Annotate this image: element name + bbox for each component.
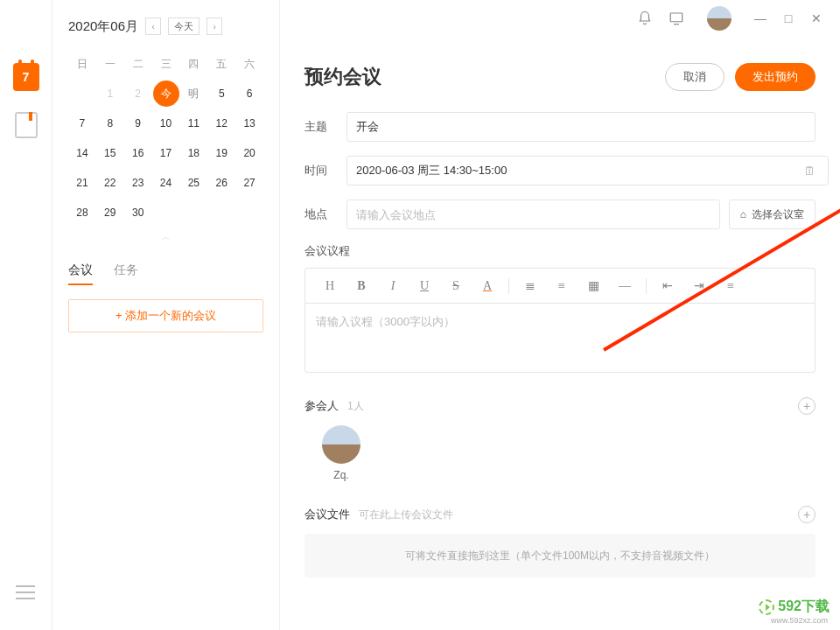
calendar-day[interactable]: 28 [68, 198, 96, 228]
weekday-label: 五 [207, 49, 235, 79]
collapse-calendar-icon[interactable]: ︿ [68, 228, 263, 247]
calendar-day[interactable]: 24 [152, 168, 180, 198]
calendar-day[interactable]: 23 [124, 168, 152, 198]
calendar-day[interactable]: 20 [235, 138, 263, 168]
heading-button[interactable]: H [314, 279, 346, 293]
align-button[interactable]: ≡ [715, 279, 746, 293]
cancel-button[interactable]: 取消 [665, 63, 724, 91]
calendar-day[interactable]: 12 [207, 108, 235, 138]
editor-toolbar: H B I U S A ≣ ≡ ▦ — ⇤ ⇥ ≡ [304, 268, 816, 303]
calendar-day[interactable]: 5 [207, 79, 235, 108]
weekday-label: 日 [68, 49, 96, 79]
ol-button[interactable]: ≣ [514, 278, 546, 293]
tab-tasks[interactable]: 任务 [114, 262, 138, 285]
weekday-label: 六 [235, 49, 263, 79]
minimize-icon[interactable]: — [754, 11, 766, 25]
color-button[interactable]: A [472, 279, 503, 293]
table-button[interactable]: ▦ [578, 278, 609, 293]
calendar-day[interactable]: 今 [152, 79, 180, 108]
app-leftbar: 7 [0, 0, 52, 630]
attendees-label: 参会人 [304, 398, 339, 414]
weekday-label: 一 [96, 49, 124, 79]
calendar-day[interactable]: 19 [207, 138, 235, 168]
subject-label: 主题 [304, 119, 346, 135]
notebook-icon[interactable] [15, 112, 38, 138]
add-attendee-button[interactable]: + [798, 397, 816, 415]
ul-button[interactable]: ≡ [546, 279, 578, 293]
calendar-day[interactable]: 29 [96, 198, 124, 228]
italic-button[interactable]: I [377, 279, 409, 293]
add-meeting-button[interactable]: + 添加一个新的会议 [68, 299, 263, 332]
calendar-day[interactable]: 21 [68, 168, 96, 198]
calendar-day[interactable]: 1 [96, 79, 124, 108]
strike-button[interactable]: S [440, 279, 472, 293]
calendar-day[interactable]: 6 [235, 79, 263, 108]
calendar-day[interactable]: 30 [124, 198, 152, 228]
calendar-day[interactable]: 10 [152, 108, 180, 138]
calendar-day[interactable]: 18 [179, 138, 207, 168]
attendee-item[interactable]: Zq. [322, 425, 360, 481]
calendar-day[interactable]: 26 [207, 168, 235, 198]
screen-icon[interactable] [668, 10, 684, 26]
sidebar: 2020年06月 ‹ 今天 › 日一二三四五六 12今明567891011121… [52, 0, 280, 630]
indent-button[interactable]: ⇥ [683, 278, 715, 293]
agenda-editor[interactable]: 请输入议程（3000字以内） [304, 303, 816, 373]
prev-month-button[interactable]: ‹ [145, 18, 161, 35]
submit-button[interactable]: 发出预约 [735, 63, 816, 91]
month-label: 2020年06月 [68, 18, 138, 35]
svg-rect-0 [670, 13, 682, 22]
page-title: 预约会议 [304, 64, 382, 90]
tab-meetings[interactable]: 会议 [68, 262, 93, 285]
underline-button[interactable]: U [409, 279, 440, 293]
choose-room-button[interactable]: ⌂ 选择会议室 [729, 200, 816, 229]
time-label: 时间 [304, 163, 346, 178]
today-button[interactable]: 今天 [168, 18, 200, 35]
weekday-label: 三 [152, 49, 180, 79]
calendar-day[interactable]: 2 [124, 79, 152, 108]
window-titlebar: — □ ✕ [637, 0, 840, 37]
location-input[interactable] [346, 200, 720, 229]
attendee-name: Zq. [333, 469, 348, 481]
calendar-day[interactable]: 25 [179, 168, 207, 198]
calendar-day[interactable]: 15 [96, 138, 124, 168]
calendar-day[interactable]: 明 [179, 79, 207, 108]
calendar-day[interactable]: 27 [235, 168, 263, 198]
home-icon: ⌂ [740, 208, 746, 220]
calendar-day[interactable]: 7 [68, 108, 96, 138]
avatar[interactable] [707, 6, 732, 31]
calendar-day [235, 198, 263, 228]
calendar-day[interactable]: 17 [152, 138, 180, 168]
mini-calendar: 日一二三四五六 12今明5678910111213141516171819202… [68, 49, 263, 247]
close-icon[interactable]: ✕ [810, 11, 822, 25]
calendar-day[interactable]: 14 [68, 138, 96, 168]
files-hint: 可在此上传会议文件 [359, 508, 453, 522]
bold-button[interactable]: B [346, 279, 377, 293]
maximize-icon[interactable]: □ [782, 11, 794, 25]
menu-icon[interactable] [16, 585, 35, 604]
subject-input[interactable] [346, 112, 816, 142]
weekday-label: 二 [124, 49, 152, 79]
calendar-icon[interactable]: 7 [13, 63, 39, 91]
next-month-button[interactable]: › [206, 18, 222, 35]
calendar-day[interactable]: 9 [124, 108, 152, 138]
calendar-day[interactable]: 11 [179, 108, 207, 138]
bell-icon[interactable] [637, 10, 653, 26]
time-input[interactable] [346, 156, 829, 186]
add-file-button[interactable]: + [798, 506, 816, 523]
calendar-day[interactable]: 8 [96, 108, 124, 138]
files-label: 会议文件 [304, 507, 350, 522]
file-dropzone[interactable]: 可将文件直接拖到这里（单个文件100M以内，不支持音视频文件） [304, 534, 816, 578]
calendar-day[interactable]: 16 [124, 138, 152, 168]
hr-button[interactable]: — [609, 279, 640, 293]
attendee-avatar [322, 425, 360, 464]
outdent-button[interactable]: ⇤ [652, 278, 683, 293]
calendar-day[interactable]: 22 [96, 168, 124, 198]
watermark-icon [759, 599, 774, 615]
location-label: 地点 [304, 206, 346, 222]
attendees-count: 1人 [347, 399, 364, 414]
agenda-label: 会议议程 [304, 243, 816, 259]
calendar-day [152, 198, 180, 228]
main-panel: — □ ✕ 预约会议 取消 发出预约 主题 时间 🗓 地点 [280, 0, 840, 630]
calendar-day [179, 198, 207, 228]
calendar-day[interactable]: 13 [235, 108, 263, 138]
